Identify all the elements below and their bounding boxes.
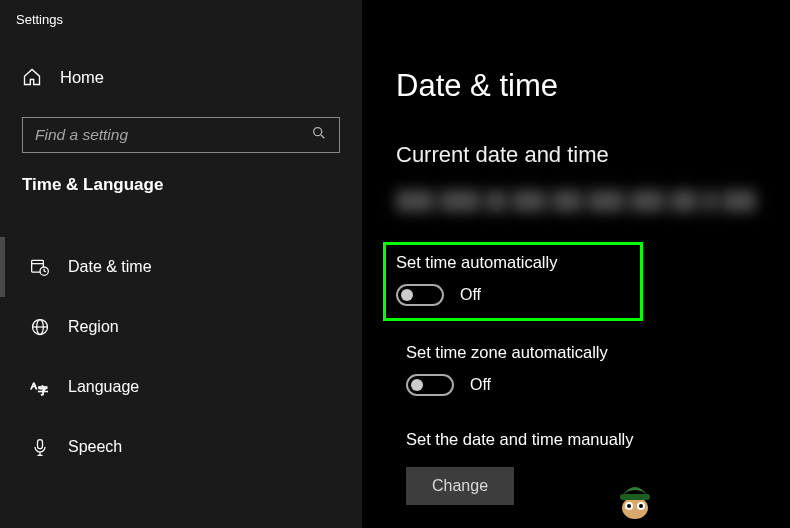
- home-label: Home: [60, 68, 104, 87]
- app-title: Settings: [0, 12, 362, 57]
- sidebar-item-speech[interactable]: Speech: [15, 417, 362, 477]
- svg-line-1: [321, 135, 324, 138]
- home-nav[interactable]: Home: [22, 57, 340, 97]
- change-button[interactable]: Change: [406, 467, 514, 505]
- microphone-icon: [30, 437, 50, 457]
- current-datetime-value: [396, 190, 756, 212]
- calendar-clock-icon: [30, 257, 50, 277]
- toggle-auto-timezone[interactable]: [406, 374, 454, 396]
- sidebar-item-language[interactable]: A 字 Language: [15, 357, 362, 417]
- setting-manual-datetime: Set the date and time manually Change: [396, 422, 756, 517]
- setting-auto-time: Set time automatically Off: [383, 242, 643, 321]
- svg-rect-14: [620, 494, 650, 500]
- search-input-container[interactable]: [22, 117, 340, 153]
- toggle-auto-time[interactable]: [396, 284, 444, 306]
- sidebar-item-region[interactable]: Region: [15, 297, 362, 357]
- sidebar-item-label: Region: [68, 318, 119, 336]
- setting-label: Set time zone automatically: [406, 343, 746, 362]
- main-panel: Date & time Current date and time Set ti…: [362, 0, 790, 528]
- sidebar: Settings Home Time & Language: [0, 0, 362, 528]
- setting-label: Set time automatically: [396, 253, 620, 272]
- setting-label: Set the date and time manually: [406, 430, 746, 449]
- svg-point-18: [639, 504, 643, 508]
- svg-rect-10: [38, 440, 43, 449]
- svg-text:字: 字: [38, 385, 48, 396]
- toggle-state: Off: [460, 286, 481, 304]
- search-icon: [311, 125, 327, 145]
- home-icon: [22, 67, 42, 87]
- language-icon: A 字: [30, 377, 50, 397]
- svg-text:A: A: [31, 381, 38, 391]
- globe-icon: [30, 317, 50, 337]
- mascot-icon: [610, 472, 660, 522]
- sidebar-item-label: Language: [68, 378, 139, 396]
- setting-auto-timezone: Set time zone automatically Off: [396, 335, 756, 408]
- toggle-state: Off: [470, 376, 491, 394]
- current-datetime-heading: Current date and time: [396, 142, 756, 168]
- page-title: Date & time: [396, 68, 756, 104]
- section-header: Time & Language: [22, 175, 340, 195]
- search-input[interactable]: [35, 126, 311, 144]
- sidebar-item-date-time[interactable]: Date & time: [15, 237, 362, 297]
- svg-point-0: [314, 128, 322, 136]
- sidebar-item-label: Speech: [68, 438, 122, 456]
- svg-point-17: [627, 504, 631, 508]
- sidebar-item-label: Date & time: [68, 258, 152, 276]
